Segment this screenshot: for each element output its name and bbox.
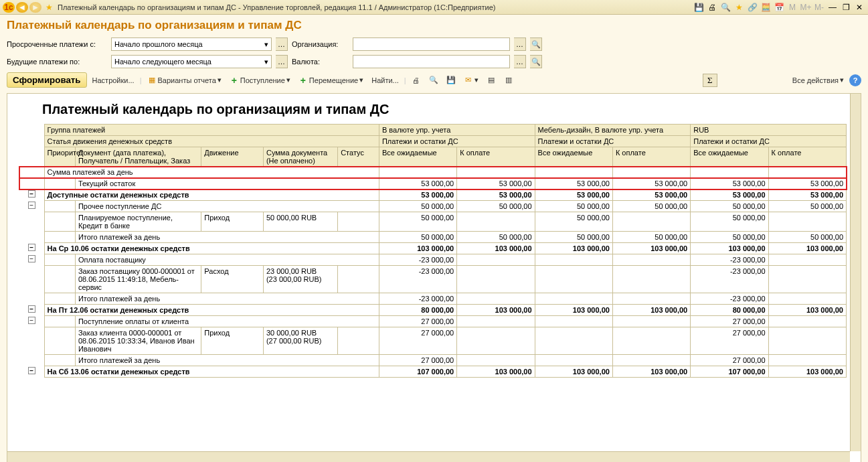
print-icon[interactable]: 🖨 [706, 2, 718, 13]
table-row: Итого платежей за день -23 000,00 -23 00… [19, 293, 847, 305]
overdue-select[interactable]: Начало прошлого месяца▾ [111, 37, 272, 51]
report-title: Платежный календарь по организациям и ти… [7, 94, 861, 124]
restore-icon[interactable]: ❐ [840, 2, 852, 13]
currency-open-button[interactable]: 🔍 [530, 55, 542, 68]
form2-icon: ▥ [504, 76, 513, 85]
mail-button[interactable]: ✉▾ [461, 74, 481, 86]
collapse-icon[interactable]: − [28, 202, 35, 209]
table-row: − Поступление оплаты от клиента 27 000,0… [19, 316, 847, 327]
currency-input[interactable] [353, 55, 510, 68]
table-row: Планируемое поступление, Кредит в банкеП… [19, 212, 847, 232]
currency-label: Валюта: [292, 58, 349, 66]
overdue-more-button[interactable]: … [276, 37, 288, 51]
table-row: − Прочее поступление ДС 50 000,0050 000,… [19, 201, 847, 212]
toolbar: Сформировать Настройки... | ▦Варианты от… [7, 72, 861, 88]
report-spreadsheet[interactable]: Платежный календарь по организациям и ти… [7, 93, 861, 462]
minimize-icon[interactable]: — [827, 2, 839, 13]
table-row: Заказ клиента 0000-000001 от 08.06.2015 … [19, 327, 847, 355]
th-doc: Документ (дата платежа), Получатель / Пл… [75, 147, 201, 167]
table-row: Итого платежей за день 27 000,00 27 000,… [19, 355, 847, 366]
collapse-icon[interactable]: − [28, 190, 35, 198]
th-status: Статус [338, 147, 379, 167]
sigma-button[interactable]: Σ [703, 74, 717, 87]
org-input[interactable] [353, 37, 510, 51]
link-icon[interactable]: 🔗 [746, 2, 758, 13]
collapse-icon[interactable]: − [28, 305, 35, 313]
table-row: Сумма платежей за день [19, 167, 847, 178]
org-label: Организация: [292, 40, 349, 48]
table-row: Текущий остаток 53 000,0053 000,00 53 00… [19, 178, 847, 189]
future-more-button[interactable]: … [276, 55, 288, 68]
printer-icon: 🖨 [412, 76, 421, 85]
th-sum: Сумма документа (Не оплачено) [263, 147, 337, 167]
org-more-button[interactable]: … [514, 37, 526, 51]
nav-fwd-icon[interactable]: ► [29, 2, 41, 13]
table-row: Заказ поставщику 0000-000001 от 08.06.20… [19, 266, 847, 293]
tool1-button[interactable]: ▤ [484, 74, 499, 86]
th-curr2: Мебель-дизайн, В валюте упр. учета [535, 125, 691, 136]
m-plus-icon[interactable]: M+ [800, 2, 812, 13]
report-grid: Группа платежей В валюте упр. учета Мебе… [19, 124, 847, 378]
preview-button[interactable]: 🔍 [426, 74, 441, 86]
th-curr3: RUB [691, 125, 847, 136]
plus-icon: + [298, 76, 308, 85]
th-curr1: В валюте упр. учета [379, 125, 535, 136]
app-logo-icon: 1c [3, 2, 15, 13]
favorite-icon[interactable]: ★ [43, 2, 55, 13]
preview-icon: 🔍 [429, 76, 438, 85]
disk-icon: 💾 [446, 76, 456, 85]
collapse-icon[interactable]: − [28, 244, 35, 251]
table-row: − На Пт 12.06 остатки денежных средств 8… [19, 305, 847, 316]
collapse-icon[interactable]: − [28, 255, 35, 262]
table-row: Итого платежей за день 50 000,0050 000,0… [19, 232, 847, 243]
future-select[interactable]: Начало следующего месяца▾ [111, 55, 272, 68]
m-icon[interactable]: M [786, 2, 798, 13]
star-icon[interactable]: ★ [733, 2, 745, 13]
scrollbar-vertical[interactable] [850, 94, 861, 451]
collapse-icon[interactable]: − [28, 317, 35, 324]
nav-back-icon[interactable]: ◄ [16, 2, 28, 13]
m-minus-icon[interactable]: M- [813, 2, 825, 13]
income-button[interactable]: +Поступление ▾ [227, 74, 293, 86]
move-button[interactable]: +Перемещение ▾ [296, 74, 366, 86]
currency-more-button[interactable]: … [514, 55, 526, 68]
table-row: − Доступные остатки денежных средств 53 … [19, 189, 847, 201]
save-icon[interactable]: 💾 [693, 2, 705, 13]
scrollbar-horizontal[interactable] [7, 451, 850, 462]
window-title: Платежный календарь по организациям и ти… [58, 3, 690, 11]
find-button[interactable]: Найти... [369, 75, 402, 86]
form-icon: ▤ [487, 76, 496, 85]
save-report-button[interactable]: 💾 [444, 74, 458, 86]
plus-icon: + [230, 76, 239, 85]
table-row: − На Сб 13.06 остатки денежных средств 1… [19, 366, 847, 378]
variants-button[interactable]: ▦Варианты отчета ▾ [145, 74, 224, 86]
th-mov: Движение [201, 147, 264, 167]
title-bar: 1c ◄ ► ★ Платежный календарь по организа… [0, 0, 868, 15]
calendar-icon[interactable]: 📅 [773, 2, 785, 13]
th-group: Группа платежей [44, 125, 379, 136]
th-article: Статья движения денежных средств [44, 136, 379, 147]
tool2-button[interactable]: ▥ [501, 74, 516, 86]
variants-icon: ▦ [147, 76, 157, 85]
settings-button[interactable]: Настройки... [90, 75, 137, 86]
th-priority: Приоритет [44, 147, 75, 167]
generate-button[interactable]: Сформировать [7, 72, 87, 88]
mail-icon: ✉ [464, 76, 473, 85]
print-button[interactable]: 🖨 [409, 74, 424, 86]
all-actions-button[interactable]: Все действия ▾ [790, 74, 847, 86]
table-row: − Оплата поставщику -23 000,00 -23 000,0… [19, 254, 847, 266]
page-heading: Платежный календарь по организациям и ти… [7, 19, 861, 32]
preview-icon[interactable]: 🔍 [719, 2, 731, 13]
help-button[interactable]: ? [849, 74, 861, 86]
close-icon[interactable]: ✕ [853, 2, 865, 13]
calc-icon[interactable]: 🧮 [760, 2, 772, 13]
table-row: − На Ср 10.06 остатки денежных средств 1… [19, 243, 847, 254]
collapse-icon[interactable]: − [28, 367, 35, 374]
future-label: Будущие платежи по: [7, 58, 107, 66]
org-open-button[interactable]: 🔍 [530, 37, 542, 51]
overdue-label: Просроченные платежи с: [7, 40, 107, 48]
